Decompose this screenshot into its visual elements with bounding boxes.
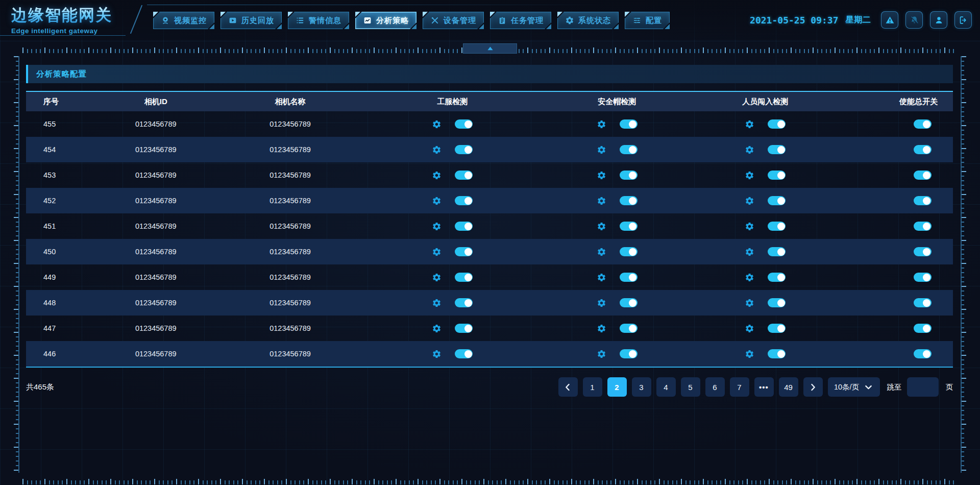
tools-icon: [430, 16, 439, 25]
master-enable-toggle[interactable]: [914, 298, 932, 307]
helmet-gear-icon[interactable]: [597, 222, 606, 231]
page-button-2-active[interactable]: 2: [607, 377, 627, 397]
page-button-49[interactable]: 49: [779, 377, 798, 397]
helmet-gear-icon[interactable]: [597, 298, 606, 308]
bell-muted-button[interactable]: [905, 11, 923, 29]
intrusion-toggle[interactable]: [768, 349, 786, 358]
master-enable-toggle[interactable]: [914, 171, 932, 180]
page-button-7[interactable]: 7: [730, 377, 749, 397]
helmet-toggle[interactable]: [620, 119, 638, 129]
intrusion-gear-icon[interactable]: [745, 298, 754, 308]
work-clothes-toggle[interactable]: [455, 324, 473, 333]
helmet-gear-icon[interactable]: [597, 196, 606, 206]
intrusion-toggle[interactable]: [768, 324, 786, 333]
intrusion-gear-icon[interactable]: [745, 222, 754, 231]
page-button-6[interactable]: 6: [705, 377, 725, 397]
work-clothes-gear-icon[interactable]: [432, 324, 442, 333]
intrusion-toggle[interactable]: [768, 247, 786, 256]
intrusion-toggle[interactable]: [768, 119, 786, 129]
master-enable-toggle[interactable]: [914, 247, 932, 256]
work-clothes-toggle[interactable]: [455, 222, 473, 231]
work-clothes-gear-icon[interactable]: [432, 145, 442, 155]
helmet-gear-icon[interactable]: [597, 171, 606, 180]
work-clothes-gear-icon[interactable]: [432, 298, 442, 308]
intrusion-gear-icon[interactable]: [745, 349, 754, 359]
work-clothes-toggle[interactable]: [455, 247, 473, 256]
logout-button[interactable]: [954, 11, 972, 29]
page-size-select[interactable]: 10条/页: [828, 377, 880, 397]
work-clothes-toggle[interactable]: [455, 196, 473, 205]
helmet-gear-icon[interactable]: [597, 145, 606, 155]
prev-page-button[interactable]: [558, 377, 578, 397]
page-button-5[interactable]: 5: [681, 377, 700, 397]
camera-id: 0123456789: [100, 197, 211, 205]
intrusion-gear-icon[interactable]: [745, 247, 754, 257]
intrusion-toggle[interactable]: [768, 171, 786, 180]
helmet-toggle[interactable]: [620, 222, 638, 231]
work-clothes-toggle[interactable]: [455, 298, 473, 307]
work-clothes-toggle[interactable]: [455, 145, 473, 154]
nav-tab-警情信息[interactable]: 警情信息: [288, 12, 349, 29]
nav-tab-系统状态[interactable]: 系统状态: [557, 12, 619, 29]
intrusion-gear-icon[interactable]: [745, 196, 754, 206]
helmet-toggle[interactable]: [620, 196, 638, 205]
master-enable-toggle[interactable]: [914, 196, 932, 205]
intrusion-toggle[interactable]: [768, 222, 786, 231]
jump-page-input[interactable]: [907, 377, 939, 397]
work-clothes-gear-icon[interactable]: [432, 349, 442, 359]
intrusion-toggle[interactable]: [768, 273, 786, 282]
work-clothes-gear-icon[interactable]: [432, 119, 442, 129]
helmet-toggle[interactable]: [620, 349, 638, 358]
nav-tab-任务管理[interactable]: 任务管理: [490, 12, 551, 29]
page-button-4[interactable]: 4: [656, 377, 676, 397]
intrusion-toggle[interactable]: [768, 145, 786, 154]
helmet-toggle[interactable]: [620, 145, 638, 154]
work-clothes-gear-icon[interactable]: [432, 247, 442, 257]
helmet-toggle[interactable]: [620, 298, 638, 307]
work-clothes-gear-icon[interactable]: [432, 273, 442, 282]
master-enable-toggle[interactable]: [914, 119, 932, 129]
nav-tab-视频监控[interactable]: 视频监控: [153, 12, 214, 29]
helmet-gear-icon[interactable]: [597, 324, 606, 333]
helmet-toggle[interactable]: [620, 171, 638, 180]
intrusion-gear-icon[interactable]: [745, 273, 754, 282]
nav-tab-分析策略[interactable]: 分析策略: [355, 12, 416, 29]
page-ellipsis-button[interactable]: •••: [754, 377, 774, 397]
intrusion-gear-icon[interactable]: [745, 119, 754, 129]
helmet-toggle[interactable]: [620, 273, 638, 282]
master-enable-toggle[interactable]: [914, 273, 932, 282]
page-button-1[interactable]: 1: [583, 377, 602, 397]
work-clothes-toggle[interactable]: [455, 349, 473, 358]
intrusion-gear-icon[interactable]: [745, 145, 754, 155]
intrusion-gear-icon[interactable]: [745, 171, 754, 180]
work-clothes-toggle[interactable]: [455, 273, 473, 282]
work-clothes-toggle[interactable]: [455, 119, 473, 129]
master-enable-toggle[interactable]: [914, 349, 932, 358]
master-enable-toggle[interactable]: [914, 324, 932, 333]
nav-tab-历史回放[interactable]: 历史回放: [220, 12, 282, 29]
master-enable-toggle[interactable]: [914, 145, 932, 154]
helmet-toggle[interactable]: [620, 247, 638, 256]
alert-button[interactable]: [881, 11, 898, 29]
work-clothes-toggle[interactable]: [455, 171, 473, 180]
collapse-panel-button[interactable]: [463, 43, 517, 54]
camera-name: 0123456789: [211, 120, 369, 128]
helmet-gear-icon[interactable]: [597, 273, 606, 282]
intrusion-toggle[interactable]: [768, 196, 786, 205]
helmet-toggle[interactable]: [620, 324, 638, 333]
work-clothes-gear-icon[interactable]: [432, 171, 442, 180]
helmet-gear-icon[interactable]: [597, 119, 606, 129]
intrusion-gear-icon[interactable]: [745, 324, 754, 333]
master-enable-toggle[interactable]: [914, 222, 932, 231]
user-button[interactable]: [930, 11, 947, 29]
next-page-button[interactable]: [803, 377, 823, 397]
helmet-gear-icon[interactable]: [597, 349, 606, 359]
work-clothes-gear-icon[interactable]: [432, 222, 442, 231]
page-button-3[interactable]: 3: [632, 377, 651, 397]
intrusion-toggle[interactable]: [768, 298, 786, 307]
nav-tab-设备管理[interactable]: 设备管理: [423, 12, 484, 29]
helmet-gear-icon[interactable]: [597, 247, 606, 257]
work-clothes-gear-icon[interactable]: [432, 196, 442, 206]
header-master-enable: 使能总开关: [832, 97, 953, 107]
nav-tab-配置[interactable]: 配置: [625, 12, 670, 29]
